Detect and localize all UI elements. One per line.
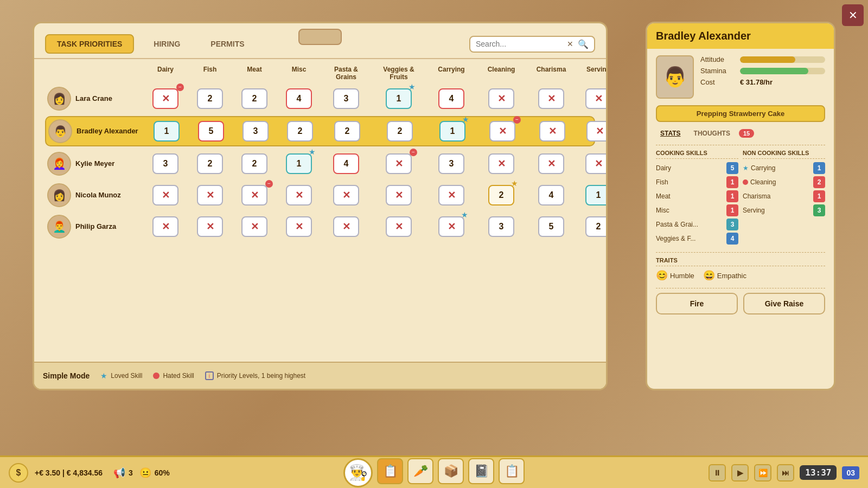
- money-button[interactable]: $: [9, 463, 28, 483]
- skill-philip-cleaning[interactable]: 3: [486, 215, 516, 239]
- skill-bradley-carrying[interactable]: 1 ★: [437, 119, 468, 143]
- skill-nicola-meat[interactable]: ✕ −: [239, 183, 270, 207]
- skill-philip-misc[interactable]: ✕: [284, 215, 314, 239]
- tab-stats[interactable]: STATS: [656, 127, 685, 139]
- skill-philip-veggies[interactable]: ✕: [384, 215, 414, 239]
- col-header-dairy: Dairy: [144, 65, 187, 82]
- skill-nicola-cleaning[interactable]: 2 ★: [486, 183, 516, 207]
- fire-button[interactable]: Fire: [656, 293, 738, 314]
- skill-nicola-charisma[interactable]: 4: [536, 183, 566, 207]
- skill-lara-meat[interactable]: 2: [239, 87, 270, 111]
- employee-row-philip[interactable]: 👨‍🦰 Philip Garza ✕ ✕ ✕ ✕ ✕: [45, 213, 595, 241]
- clipboard-top: [298, 29, 342, 45]
- search-clear-icon[interactable]: ✕: [567, 40, 573, 48]
- skill-kylie-carrying[interactable]: 3: [436, 152, 467, 176]
- play-button[interactable]: ▶: [731, 464, 749, 481]
- pause-button[interactable]: ⏸: [709, 464, 726, 481]
- skill-bradley-fish[interactable]: 5: [196, 119, 226, 143]
- skill-kylie-dairy[interactable]: 3: [150, 152, 181, 176]
- skill-lara-charisma[interactable]: ✕: [536, 87, 566, 111]
- skill-name-fish: Fish: [656, 178, 668, 186]
- skill-lara-fish[interactable]: 2: [195, 87, 225, 111]
- skill-nicola-misc[interactable]: ✕: [284, 183, 314, 207]
- skill-philip-fish[interactable]: ✕: [195, 215, 225, 239]
- skills-section: COOKING SKILLS Dairy 5 Fish 1 Meat 1 Mis…: [656, 150, 825, 247]
- skill-kylie-veggies[interactable]: ✕ −: [384, 152, 414, 176]
- close-button[interactable]: ✕: [842, 4, 864, 26]
- skill-lara-pasta[interactable]: 3: [331, 87, 361, 111]
- col-header-pasta: Pasta &Grains: [322, 65, 371, 82]
- skill-kylie-misc[interactable]: 1 ★: [284, 152, 314, 176]
- skill-philip-charisma[interactable]: 5: [536, 215, 566, 239]
- non-cooking-skill-cleaning: Cleaning 2: [743, 176, 825, 188]
- crate-button[interactable]: 📦: [438, 458, 464, 484]
- cost-label: Cost: [700, 78, 736, 86]
- employee-name-nicola: Nicola Munoz: [75, 191, 121, 199]
- skill-philip-dairy[interactable]: ✕: [150, 215, 181, 239]
- tab-permits[interactable]: PERMITS: [200, 35, 255, 53]
- legend-hated-text: Hated Skill: [163, 372, 194, 380]
- faster-button[interactable]: ⏭: [777, 464, 794, 481]
- skill-lara-carrying[interactable]: 4: [436, 87, 467, 111]
- tab-task-priorities[interactable]: TASK PRIORITIES: [45, 34, 134, 54]
- skill-philip-carrying[interactable]: ✕ ★: [436, 215, 467, 239]
- employee-portrait: 👨: [656, 55, 694, 99]
- skill-bradley-dairy[interactable]: 1: [151, 119, 182, 143]
- skill-kylie-serving[interactable]: ✕: [583, 152, 606, 176]
- tab-hiring[interactable]: HIRING: [143, 35, 191, 53]
- menu-button[interactable]: 📋: [377, 458, 403, 484]
- skill-kylie-cleaning[interactable]: ✕: [486, 152, 516, 176]
- col-header-misc: Misc: [277, 65, 321, 82]
- skill-kylie-fish[interactable]: 2: [195, 152, 225, 176]
- employee-info-nicola: 👩 Nicola Munoz: [45, 183, 143, 207]
- legend-box-icon: i: [205, 371, 214, 380]
- skill-lara-dairy[interactable]: ✕ −: [150, 87, 181, 111]
- search-icon: 🔍: [578, 39, 589, 49]
- skill-nicola-veggies[interactable]: ✕: [384, 183, 414, 207]
- tab-thoughts[interactable]: THOUGHTS: [690, 127, 735, 139]
- search-box: ✕ 🔍: [469, 36, 595, 53]
- skill-badge-cleaning: 2: [813, 176, 825, 188]
- skill-nicola-carrying[interactable]: ✕: [436, 183, 467, 207]
- employee-row-kylie[interactable]: 👩‍🦰 Kylie Meyer 3 2 2 1 ★ 4: [45, 150, 595, 178]
- skill-kylie-charisma[interactable]: ✕: [536, 152, 566, 176]
- skill-nicola-fish[interactable]: ✕: [195, 183, 225, 207]
- employee-row-lara[interactable]: 👩 Lara Crane ✕ − 2 2 4 3: [45, 85, 595, 113]
- skill-bradley-cleaning[interactable]: ✕ −: [487, 119, 518, 143]
- skill-nicola-dairy[interactable]: ✕: [150, 183, 181, 207]
- skill-bradley-veggies[interactable]: 2: [385, 119, 415, 143]
- stamina-bar: [740, 68, 808, 74]
- skill-name-carrying: Carrying: [751, 164, 775, 172]
- divider: [656, 145, 825, 145]
- notebook-button[interactable]: 📓: [468, 458, 494, 484]
- employee-row-bradley[interactable]: 👨 Bradley Alexander 1 5 3 2 2: [45, 116, 595, 146]
- skill-kylie-meat[interactable]: 2: [239, 152, 270, 176]
- skill-philip-serving[interactable]: 2 −: [583, 215, 606, 239]
- skill-lara-veggies[interactable]: 1 ★: [384, 87, 414, 111]
- skill-lara-serving[interactable]: ✕: [583, 87, 606, 111]
- skill-bradley-serving[interactable]: ✕: [584, 119, 606, 143]
- search-input[interactable]: [476, 40, 563, 48]
- skill-bradley-meat[interactable]: 3: [240, 119, 271, 143]
- skill-lara-cleaning[interactable]: ✕: [486, 87, 516, 111]
- skill-nicola-serving[interactable]: 1: [583, 183, 606, 207]
- skill-philip-meat[interactable]: ✕: [239, 215, 270, 239]
- carrying-star-icon: ★: [743, 164, 749, 172]
- skill-philip-pasta[interactable]: ✕: [331, 215, 361, 239]
- fast-forward-button[interactable]: ⏩: [754, 464, 771, 481]
- employee-row-nicola[interactable]: 👩 Nicola Munoz ✕ ✕ ✕ − ✕ ✕: [45, 181, 595, 209]
- clipboard-button[interactable]: 📋: [499, 458, 525, 484]
- skill-bradley-charisma[interactable]: ✕: [537, 119, 567, 143]
- skill-kylie-pasta[interactable]: 4: [331, 152, 361, 176]
- skill-bradley-misc[interactable]: 2: [285, 119, 315, 143]
- loved-star: ★: [462, 115, 472, 125]
- give-raise-button[interactable]: Give Raise: [743, 293, 825, 314]
- skill-name-pasta: Pasta & Grai...: [656, 221, 698, 228]
- skill-lara-misc[interactable]: 4: [284, 87, 314, 111]
- non-cooking-skill-carrying: ★ Carrying 1: [743, 162, 825, 174]
- chef-button[interactable]: 👨‍🍳: [343, 458, 373, 487]
- divider2: [656, 252, 825, 253]
- skill-bradley-pasta[interactable]: 2: [332, 119, 362, 143]
- carrot-button[interactable]: 🥕: [407, 458, 433, 484]
- skill-nicola-pasta[interactable]: ✕: [331, 183, 361, 207]
